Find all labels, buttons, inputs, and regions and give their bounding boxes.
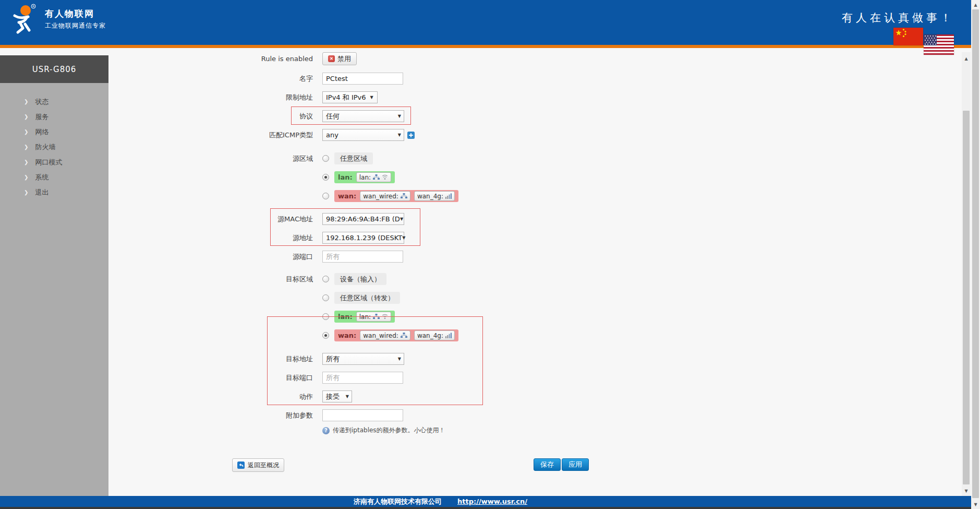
brand-logo-icon: R [9,3,39,34]
sidebar-item-label: 服务 [35,112,49,122]
extra-args-help: 传递到iptables的额外参数。小心使用！ [322,424,445,437]
chevron-right-icon [24,159,28,165]
icmp-type-row: 匹配ICMP类型 any [108,128,415,141]
dest-zone-any-badge[interactable]: 任意区域（转发） [334,292,400,304]
name-input[interactable] [322,73,403,85]
icmp-type-select[interactable]: any [322,129,404,141]
sidebar-item-label: 网络 [35,127,49,137]
sidebar-item-system[interactable]: 系统 [0,170,108,185]
sidebar-item-port-mode[interactable]: 网口模式 [0,155,108,170]
help-text: 传递到iptables的额外参数。小心使用！ [333,426,445,435]
action-select[interactable]: 接受 [322,390,352,403]
dest-zone-any-radio[interactable] [322,294,329,301]
dest-zone-device-badge[interactable]: 设备（输入） [334,273,386,285]
sidebar-item-firewall[interactable]: 防火墙 [0,139,108,155]
caret-down-icon [398,357,401,361]
dest-zone-lan-row: lan: lan: [108,310,395,323]
extra-args-row: 附加参数 [108,409,403,422]
network-badge-lan: lan: [356,312,391,322]
sidebar-item-services[interactable]: 服务 [0,109,108,124]
dest-zone-device-radio[interactable] [322,276,329,282]
scroll-up-icon[interactable] [962,54,971,63]
device-name: USR-G806 [0,55,108,83]
restrict-address-row: 限制地址 IPv4 和 IPv6 [108,91,378,104]
dest-address-label: 目标地址 [108,354,322,364]
source-zone-wan-radio[interactable] [322,193,329,199]
china-flag-icon[interactable] [893,28,923,45]
sidebar-item-network[interactable]: 网络 [0,124,108,139]
restrict-address-value: IPv4 和 IPv6 [326,93,366,102]
wifi-icon [382,174,388,180]
source-mac-row: 源MAC地址 98:29:A6:9A:B4:FB (D [108,212,404,226]
sidebar-item-label: 系统 [35,173,49,182]
brand-title: 有人物联网 [45,8,94,20]
zone-name: lan: [338,313,353,321]
rule-enabled-row: Rule is enabled 禁用 [108,52,357,65]
dest-port-label: 目标端口 [108,373,322,383]
source-port-input[interactable] [322,251,403,263]
add-entry-icon[interactable] [407,131,415,139]
disable-button-label: 禁用 [337,54,351,64]
header-slogan: 有人在认真做事！ [842,10,954,25]
extra-args-input[interactable] [322,409,403,421]
name-row: 名字 [108,72,403,85]
disable-button[interactable]: 禁用 [322,52,357,65]
protocol-row: 协议 任何 [108,110,404,123]
header: R 有人物联网 工业物联网通信专家 有人在认真做事！ [0,0,980,45]
source-address-select[interactable]: 192.168.1.239 (DESKT [322,232,404,244]
dest-zone-wan-radio[interactable] [322,332,329,339]
disable-x-icon [328,55,335,62]
scroll-up-icon[interactable] [971,1,980,9]
network-name: wan_wired: [363,332,398,339]
dest-zone-lan-radio[interactable] [322,313,329,320]
action-row: 动作 接受 [108,390,352,403]
ethernet-icon [373,314,380,319]
zone-name: lan: [338,173,353,181]
source-address-value: 192.168.1.239 (DESKT [326,234,402,242]
apply-button[interactable]: 应用 [562,458,589,471]
network-badge-wan-4g: wan_4g: [414,191,455,201]
save-button[interactable]: 保存 [534,458,561,471]
sidebar-item-label: 退出 [35,188,49,197]
ethernet-icon [373,174,380,180]
scroll-down-icon[interactable] [971,500,980,508]
source-zone-lan-badge[interactable]: lan: lan: [334,171,395,183]
brand-subtitle: 工业物联网通信专家 [45,21,106,30]
source-zone-lan-radio[interactable] [322,174,329,181]
dest-port-input[interactable] [322,372,403,384]
content-scrollbar-thumb[interactable] [963,111,970,484]
browser-scrollbar-thumb[interactable] [972,9,979,498]
name-label: 名字 [108,74,322,84]
network-badge-wan-wired: wan_wired: [360,191,410,201]
firewall-rule-form: Rule is enabled 禁用 名字 限制地址 IPv4 和 IPv6 协… [108,48,962,496]
sidebar-item-logout[interactable]: 退出 [0,185,108,200]
source-zone-any-radio[interactable] [322,155,329,162]
dest-zone-device-row: 目标区域 设备（输入） [108,273,386,286]
protocol-select[interactable]: 任何 [322,110,404,122]
us-flag-icon[interactable] [924,34,954,55]
dest-zone-wan-badge[interactable]: wan: wan_wired: wan_4g: [334,329,458,341]
content-scrollbar[interactable] [962,52,971,496]
network-name: wan_wired: [363,193,398,200]
footer-url-link[interactable]: http://www.usr.cn/ [457,498,527,505]
restrict-address-select[interactable]: IPv4 和 IPv6 [322,91,378,103]
source-zone-any-badge[interactable]: 任意区域 [334,152,373,164]
back-to-overview-button[interactable]: 返回至概况 [232,458,284,472]
browser-scrollbar[interactable] [971,0,980,509]
dest-zone-wan-row: wan: wan_wired: wan_4g: [108,329,458,342]
sidebar-item-status[interactable]: 状态 [0,94,108,109]
dest-address-select[interactable]: 所有 [322,353,404,365]
caret-down-icon [398,114,401,119]
network-name: wan_4g: [417,193,443,200]
source-mac-select[interactable]: 98:29:A6:9A:B4:FB (D [322,213,404,225]
chevron-right-icon [24,99,28,104]
network-badge-wan-4g: wan_4g: [414,330,455,340]
svg-text:R: R [32,4,34,8]
chevron-right-icon [24,144,28,150]
source-zone-wan-badge[interactable]: wan: wan_wired: wan_4g: [334,190,458,202]
signal-icon [445,193,452,199]
network-name: wan_4g: [417,332,443,339]
sidebar-item-label: 状态 [35,97,49,106]
dest-zone-lan-badge[interactable]: lan: lan: [334,311,395,323]
scroll-down-icon[interactable] [962,487,971,495]
